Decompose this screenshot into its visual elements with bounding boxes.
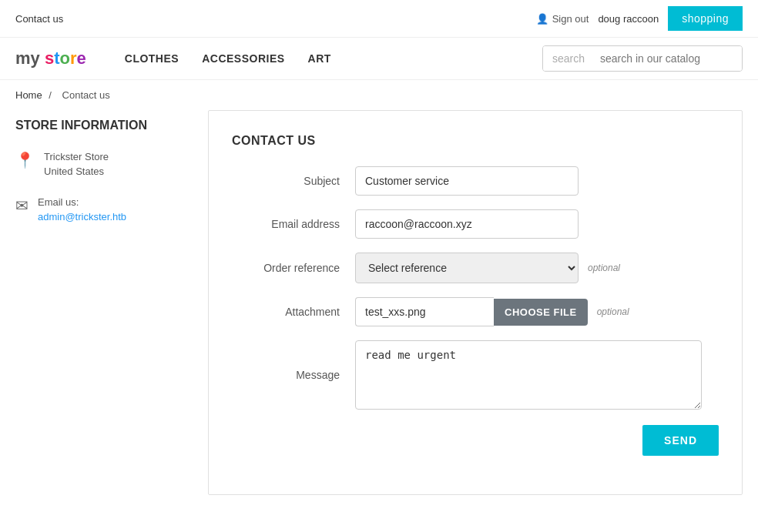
- logo-my: my: [15, 49, 45, 68]
- message-label: Message: [232, 369, 355, 381]
- top-bar: Contact us 👤 Sign out doug raccoon shopp…: [0, 0, 758, 38]
- nav-bar: my store CLOTHES ACCESSORIES ART search: [0, 38, 758, 80]
- nav-links: CLOTHES ACCESSORIES ART: [125, 52, 519, 65]
- breadcrumb-current: Contact us: [62, 89, 110, 101]
- nav-accessories[interactable]: ACCESSORIES: [202, 52, 284, 65]
- sidebar-address: 📍 Trickster Store United States: [15, 149, 193, 179]
- main-layout: STORE INFORMATION 📍 Trickster Store Unit…: [0, 110, 758, 495]
- sign-out-button[interactable]: 👤 Sign out: [536, 13, 589, 25]
- location-icon: 📍: [15, 151, 35, 169]
- attachment-label: Attachment: [232, 306, 355, 318]
- subject-input[interactable]: [355, 166, 579, 196]
- contact-us-link[interactable]: Contact us: [15, 13, 63, 25]
- username-display: doug raccoon: [598, 13, 659, 25]
- attachment-row: Attachment CHOOSE FILE optional: [232, 297, 719, 326]
- message-row: Message read me urgent: [232, 340, 719, 410]
- nav-art[interactable]: ART: [308, 52, 331, 65]
- form-actions: SEND: [232, 425, 719, 456]
- sidebar: STORE INFORMATION 📍 Trickster Store Unit…: [15, 110, 193, 495]
- order-ref-optional: optional: [588, 263, 620, 273]
- shopping-button[interactable]: shopping: [668, 6, 743, 31]
- site-logo[interactable]: my store: [15, 49, 86, 69]
- message-textarea[interactable]: read me urgent: [355, 340, 702, 410]
- store-name: Trickster Store: [44, 149, 109, 165]
- email-link[interactable]: admin@trickster.htb: [38, 211, 126, 223]
- contact-form: CONTACT US Subject Email address Order r…: [208, 110, 743, 495]
- email-address-label: Email address: [232, 218, 355, 230]
- breadcrumb: Home / Contact us: [0, 80, 758, 110]
- search-icon-label: search: [543, 46, 594, 71]
- order-ref-label: Order reference: [232, 262, 355, 274]
- subject-row: Subject: [232, 166, 719, 196]
- choose-file-button[interactable]: CHOOSE FILE: [494, 299, 588, 326]
- breadcrumb-home[interactable]: Home: [15, 89, 42, 101]
- sign-out-label: Sign out: [552, 13, 589, 25]
- form-title: CONTACT US: [232, 134, 719, 148]
- nav-clothes[interactable]: CLOTHES: [125, 52, 179, 65]
- attachment-optional: optional: [597, 306, 629, 317]
- user-icon: 👤: [536, 13, 548, 25]
- order-ref-select[interactable]: Select reference: [355, 253, 579, 283]
- top-bar-actions: 👤 Sign out doug raccoon shopping: [536, 6, 743, 31]
- send-button[interactable]: SEND: [642, 425, 719, 456]
- sidebar-email-text: Email us: admin@trickster.htb: [38, 195, 126, 225]
- email-row: Email address: [232, 209, 719, 239]
- store-country: United States: [44, 164, 109, 179]
- email-icon: ✉: [15, 196, 29, 215]
- subject-label: Subject: [232, 175, 355, 187]
- sidebar-email: ✉ Email us: admin@trickster.htb: [15, 195, 193, 225]
- search-input[interactable]: [594, 46, 742, 71]
- email-label: Email us:: [38, 195, 126, 210]
- file-input-group: CHOOSE FILE: [355, 297, 588, 326]
- email-input[interactable]: [355, 209, 579, 239]
- file-name-display: [355, 297, 494, 326]
- order-ref-row: Order reference Select reference optiona…: [232, 253, 719, 283]
- sidebar-title: STORE INFORMATION: [15, 118, 193, 134]
- breadcrumb-separator: /: [49, 89, 52, 101]
- sidebar-address-text: Trickster Store United States: [44, 149, 109, 179]
- search-box: search: [542, 45, 743, 72]
